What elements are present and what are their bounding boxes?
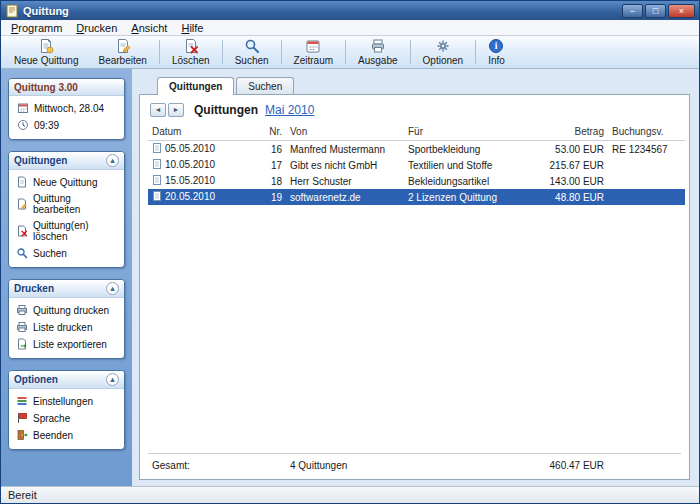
content-panel: ◄ ► Quittungen Mai 2010 Datum Nr. (139, 94, 690, 480)
col-datum[interactable]: Datum (148, 124, 248, 141)
current-time: 09:39 (11, 117, 122, 134)
collapse-button[interactable]: ▴ (106, 154, 119, 167)
sidebar-item-label: Quittung bearbeiten (33, 193, 118, 215)
svg-text:i: i (495, 41, 498, 51)
current-date: Mittwoch, 28.04 (11, 100, 122, 117)
minimize-button[interactable]: − (622, 4, 643, 18)
sidebar-item-quittung-loeschen[interactable]: Quittung(en) löschen (11, 218, 122, 245)
date-text: Mittwoch, 28.04 (34, 103, 104, 114)
sidebar-item-label: Einstellungen (33, 396, 93, 407)
new-receipt-icon (38, 38, 54, 54)
cell-nr: 16 (248, 141, 286, 158)
table-row[interactable]: 15.05.2010 18 Herr Schuster Bekleidungsa… (148, 173, 685, 189)
cell-nr: 18 (248, 173, 286, 189)
edit-button[interactable]: Bearbeiten (89, 37, 157, 67)
cell-datum: 10.05.2010 (165, 159, 215, 170)
cell-betrag: 53.00 EUR (526, 141, 608, 158)
search-icon (244, 38, 260, 54)
col-buchungsv[interactable]: Buchungsv. (608, 124, 685, 141)
window-title: Quittung (23, 5, 622, 17)
calendar-icon (16, 102, 29, 114)
period-button[interactable]: Zeitraum (284, 37, 343, 67)
toolbar: Neue Quittung Bearbeiten Löschen Suchen … (1, 36, 699, 69)
main-area: Quittungen Suchen ◄ ► Quittungen Mai 201… (132, 69, 699, 486)
print-panel-header: Drucken ▴ (9, 280, 124, 298)
cell-betrag: 215.67 EUR (526, 157, 608, 173)
clock-icon (16, 119, 29, 131)
cell-fuer: Bekleidungsartikel (404, 173, 526, 189)
table-row[interactable]: 05.05.2010 16 Manfred Mustermann Sportbe… (148, 141, 685, 158)
cell-datum: 05.05.2010 (165, 143, 215, 154)
sidebar-item-einstellungen[interactable]: Einstellungen (11, 393, 122, 410)
cell-nr: 19 (248, 189, 286, 205)
table-row-selected[interactable]: 20.05.2010 19 softwarenetz.de 2 Lizenzen… (148, 189, 685, 205)
titlebar[interactable]: Quittung − □ × (1, 1, 699, 20)
delete-icon (15, 225, 28, 237)
toolbar-label: Bearbeiten (99, 55, 147, 66)
receipts-panel-header: Quittungen ▴ (9, 152, 124, 170)
sidebar-item-sprache[interactable]: Sprache (11, 410, 122, 427)
settings-icon (15, 395, 28, 407)
col-nr[interactable]: Nr. (248, 124, 286, 141)
col-von[interactable]: Von (286, 124, 404, 141)
menu-drucken[interactable]: Drucken (69, 21, 124, 35)
close-button[interactable]: × (668, 4, 695, 18)
footer-count: 4 Quittungen (286, 458, 404, 473)
sidebar-item-liste-exportieren[interactable]: Liste exportieren (11, 336, 122, 353)
sidebar-item-neue-quittung[interactable]: Neue Quittung (11, 174, 122, 191)
collapse-button[interactable]: ▴ (106, 282, 119, 295)
cell-von: softwarenetz.de (286, 189, 404, 205)
new-receipt-button[interactable]: Neue Quittung (4, 37, 89, 67)
sidebar-item-quittung-bearbeiten[interactable]: Quittung bearbeiten (11, 191, 122, 218)
menu-programm[interactable]: Programm (4, 21, 69, 35)
heading-row: ◄ ► Quittungen Mai 2010 (140, 95, 689, 124)
section-title: Drucken (14, 283, 54, 294)
cell-buchungsv (608, 157, 685, 173)
options-button[interactable]: Optionen (413, 37, 474, 67)
language-icon (15, 412, 28, 424)
next-month-button[interactable]: ► (168, 103, 184, 117)
col-fuer[interactable]: Für (404, 124, 526, 141)
sidebar-item-quittung-drucken[interactable]: Quittung drucken (11, 302, 122, 319)
export-icon (15, 338, 28, 350)
edit-icon (15, 198, 28, 210)
delete-icon (183, 38, 199, 54)
receipt-icon (152, 159, 162, 171)
table-row[interactable]: 10.05.2010 17 Gibt es nicht GmbH Textili… (148, 157, 685, 173)
tab-quittungen[interactable]: Quittungen (157, 77, 234, 95)
sidebar-item-suchen[interactable]: Suchen (11, 245, 122, 262)
sidebar-item-label: Quittung(en) löschen (33, 220, 118, 242)
app-window: Quittung − □ × Programm Drucken Ansicht … (0, 0, 700, 504)
maximize-button[interactable]: □ (645, 4, 666, 18)
output-button[interactable]: Ausgabe (348, 37, 407, 67)
cell-von: Herr Schuster (286, 173, 404, 189)
sidebar-item-label: Quittung drucken (33, 305, 109, 316)
period-link[interactable]: Mai 2010 (265, 103, 314, 117)
sidebar-item-beenden[interactable]: Beenden (11, 427, 122, 444)
menu-ansicht[interactable]: Ansicht (124, 21, 174, 35)
cell-datum: 20.05.2010 (165, 191, 215, 202)
time-text: 09:39 (34, 120, 59, 131)
toolbar-label: Optionen (423, 55, 464, 66)
search-button[interactable]: Suchen (225, 37, 279, 67)
sidebar-item-liste-drucken[interactable]: Liste drucken (11, 319, 122, 336)
version-panel-header: Quittung 3.00 (9, 79, 124, 96)
sidebar-item-label: Sprache (33, 413, 70, 424)
toolbar-label: Zeitraum (294, 55, 333, 66)
collapse-button[interactable]: ▴ (106, 373, 119, 386)
col-betrag[interactable]: Betrag (526, 124, 608, 141)
sidebar-item-label: Beenden (33, 430, 73, 441)
statusbar: Bereit (1, 486, 699, 503)
cell-fuer: Sportbekleidung (404, 141, 526, 158)
toolbar-separator (345, 40, 346, 64)
menu-hilfe[interactable]: Hilfe (174, 21, 210, 35)
options-panel-header: Optionen ▴ (9, 371, 124, 389)
toolbar-label: Neue Quittung (14, 55, 79, 66)
prev-month-button[interactable]: ◄ (150, 103, 166, 117)
tab-suchen[interactable]: Suchen (236, 77, 294, 95)
toolbar-label: Suchen (235, 55, 269, 66)
cell-fuer: 2 Lizenzen Quittung (404, 189, 526, 205)
printer-icon (15, 304, 28, 316)
info-button[interactable]: i Info (478, 37, 515, 67)
delete-button[interactable]: Löschen (162, 37, 220, 67)
